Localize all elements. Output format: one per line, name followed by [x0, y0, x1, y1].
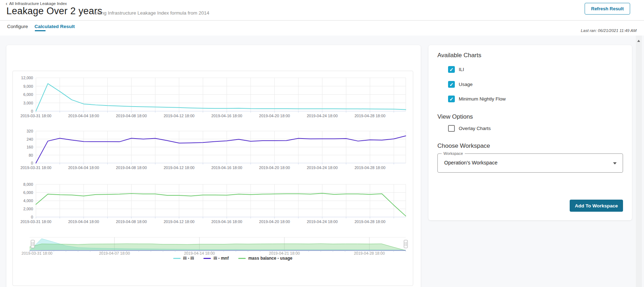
- ili-line-chart[interactable]: 12,0009,0006,0003,00002019-03-31 18:0020…: [21, 76, 406, 118]
- svg-text:2019-04-28 18:00: 2019-04-28 18:00: [355, 114, 385, 118]
- results-charts[interactable]: 12,0009,0006,0003,00002019-03-31 18:0020…: [13, 71, 413, 286]
- mnf-legend-label: ili - mnf: [213, 256, 229, 261]
- svg-text:2019-04-28 18:00: 2019-04-28 18:00: [354, 251, 385, 255]
- page-header: ‹ All Infrastructure Leakage Index Leaka…: [0, 0, 644, 36]
- svg-text:3,000: 3,000: [23, 101, 33, 105]
- breadcrumb[interactable]: ‹ All Infrastructure Leakage Index: [6, 1, 67, 6]
- results-chart-box: 12,0009,0006,0003,00002019-03-31 18:0020…: [12, 71, 413, 286]
- add-to-workspace-button[interactable]: Add To Workspace: [570, 200, 623, 212]
- workspace-select-value: Operation's Workspace: [444, 160, 497, 166]
- svg-text:2019-04-04 18:00: 2019-04-04 18:00: [68, 114, 99, 118]
- check-icon: ✓: [449, 67, 454, 72]
- svg-text:2019-04-12 18:00: 2019-04-12 18:00: [164, 220, 195, 224]
- header-divider: [0, 20, 644, 21]
- usage-legend-label: mass balance - usage: [248, 256, 292, 261]
- svg-text:4,000: 4,000: [23, 199, 33, 203]
- mnf-checkbox-label: Minimum Nightly Flow: [459, 96, 506, 102]
- chart-toggle-usage[interactable]: ✓ Usage: [448, 81, 473, 88]
- svg-text:2019-04-12 18:00: 2019-04-12 18:00: [164, 166, 195, 170]
- ili-checkbox[interactable]: ✓: [448, 66, 455, 73]
- refresh-result-button[interactable]: Refresh Result: [585, 3, 630, 15]
- svg-text:2019-04-12 18:00: 2019-04-12 18:00: [164, 114, 195, 118]
- svg-text:80: 80: [29, 153, 33, 157]
- svg-text:2019-04-24 18:00: 2019-04-24 18:00: [307, 220, 338, 224]
- check-icon: ✓: [449, 97, 454, 102]
- svg-text:2019-04-24 18:00: 2019-04-24 18:00: [307, 114, 338, 118]
- svg-text:2019-04-04 18:00: 2019-04-04 18:00: [68, 220, 99, 224]
- view-options-title: View Options: [437, 113, 473, 120]
- svg-text:2019-04-08 18:00: 2019-04-08 18:00: [116, 114, 147, 118]
- svg-text:240: 240: [27, 137, 33, 141]
- mnf-checkbox[interactable]: ✓: [448, 96, 455, 102]
- legend-item-mnf[interactable]: ili - mnf: [203, 256, 229, 261]
- svg-text:2019-04-16 18:00: 2019-04-16 18:00: [211, 220, 242, 224]
- results-chart-card: 12,0009,0006,0003,00002019-03-31 18:0020…: [6, 45, 421, 287]
- svg-text:2019-04-20 18:00: 2019-04-20 18:00: [259, 114, 290, 118]
- svg-text:9,000: 9,000: [23, 84, 33, 88]
- options-panel: Available Charts ✓ ILI ✓ Usage ✓ Minimum…: [429, 45, 632, 220]
- svg-text:2019-04-16 18:00: 2019-04-16 18:00: [211, 166, 242, 170]
- usage-checkbox[interactable]: ✓: [448, 81, 455, 88]
- usage-line-chart[interactable]: 8,0006,0004,0002,00002019-03-31 18:00201…: [21, 182, 406, 224]
- breadcrumb-label: All Infrastructure Leakage Index: [9, 1, 67, 6]
- chevron-left-icon: ‹: [6, 2, 7, 6]
- svg-text:2019-03-31 18:00: 2019-03-31 18:00: [21, 114, 52, 118]
- available-charts-title: Available Charts: [437, 52, 481, 59]
- svg-text:0: 0: [31, 109, 33, 113]
- chart-toggle-mnf[interactable]: ✓ Minimum Nightly Flow: [448, 96, 506, 102]
- svg-text:2019-03-31 18:00: 2019-03-31 18:00: [21, 166, 52, 170]
- svg-text:6,000: 6,000: [23, 190, 33, 195]
- page-title: Leakage Over 2 years: [6, 6, 102, 17]
- svg-text:2019-04-07 18:00: 2019-04-07 18:00: [99, 251, 130, 255]
- svg-text:320: 320: [27, 129, 33, 133]
- vertical-scrollbar[interactable]: [636, 36, 642, 287]
- ili-legend-dash: [173, 258, 181, 259]
- mnf-legend-dash: [203, 258, 211, 259]
- navigator-right-handle[interactable]: [404, 240, 408, 248]
- check-icon: ✓: [449, 82, 454, 87]
- svg-text:6,000: 6,000: [23, 92, 33, 97]
- svg-text:2019-04-20 18:00: 2019-04-20 18:00: [259, 166, 290, 170]
- svg-text:2019-04-16 18:00: 2019-04-16 18:00: [211, 114, 242, 118]
- overlay-charts-checkbox[interactable]: ✓: [448, 125, 455, 132]
- svg-text:2019-04-08 18:00: 2019-04-08 18:00: [116, 166, 147, 170]
- svg-text:2019-04-21 18:00: 2019-04-21 18:00: [269, 251, 300, 255]
- ili-checkbox-label: ILI: [459, 67, 464, 72]
- svg-text:2019-04-14 18:00: 2019-04-14 18:00: [184, 251, 215, 255]
- svg-text:160: 160: [27, 145, 33, 149]
- app-window: ‹ All Infrastructure Leakage Index Leaka…: [0, 0, 644, 287]
- svg-text:2019-04-04 18:00: 2019-04-04 18:00: [68, 166, 99, 170]
- workspace-select[interactable]: Workspace Operation's Workspace: [437, 153, 623, 173]
- overlay-charts-label: Overlay Charts: [459, 126, 491, 131]
- tab-configure[interactable]: Configure: [7, 24, 28, 29]
- svg-text:2019-04-24 18:00: 2019-04-24 18:00: [307, 166, 338, 170]
- svg-text:2019-04-08 18:00: 2019-04-08 18:00: [116, 220, 147, 224]
- active-tab-indicator: [35, 30, 46, 31]
- svg-text:2019-03-31 18:00: 2019-03-31 18:00: [21, 220, 52, 224]
- svg-text:2019-04-28 18:00: 2019-04-28 18:00: [355, 220, 385, 224]
- overlay-charts-toggle[interactable]: ✓ Overlay Charts: [448, 125, 491, 132]
- chart-legend: ili - ili ili - mnf mass balance - usage: [13, 256, 413, 261]
- usage-legend-dash: [238, 258, 246, 259]
- navigator-left-handle[interactable]: [31, 240, 34, 248]
- usage-checkbox-label: Usage: [459, 82, 473, 87]
- legend-item-ili[interactable]: ili - ili: [173, 256, 194, 261]
- last-ran-text: Last ran: 06/21/2021 11:49 AM: [581, 28, 637, 33]
- svg-text:0: 0: [31, 161, 33, 165]
- legend-item-usage[interactable]: mass balance - usage: [238, 256, 292, 261]
- ili-legend-label: ili - ili: [183, 256, 194, 261]
- choose-workspace-title: Choose Workspace: [437, 142, 490, 150]
- svg-text:2019-04-28 18:00: 2019-04-28 18:00: [355, 166, 385, 170]
- tab-calculated-result[interactable]: Calculated Result: [34, 24, 75, 29]
- svg-text:0: 0: [31, 215, 33, 219]
- chart-toggle-ili[interactable]: ✓ ILI: [448, 66, 464, 73]
- svg-text:8,000: 8,000: [23, 182, 33, 186]
- workspace-select-label: Workspace: [442, 151, 465, 156]
- scroll-up-icon[interactable]: [637, 40, 640, 42]
- navigator[interactable]: 2019-03-31 18:002019-04-07 18:002019-04-…: [22, 237, 408, 255]
- svg-text:2019-03-31 18:00: 2019-03-31 18:00: [22, 251, 53, 255]
- mnf-line-chart[interactable]: 3202401608002019-03-31 18:002019-04-04 1…: [21, 129, 406, 170]
- svg-text:12,000: 12,000: [21, 76, 33, 80]
- page-subtitle: Using Infrastructure Leakage Index formu…: [94, 10, 209, 16]
- svg-text:2019-04-20 18:00: 2019-04-20 18:00: [259, 220, 290, 224]
